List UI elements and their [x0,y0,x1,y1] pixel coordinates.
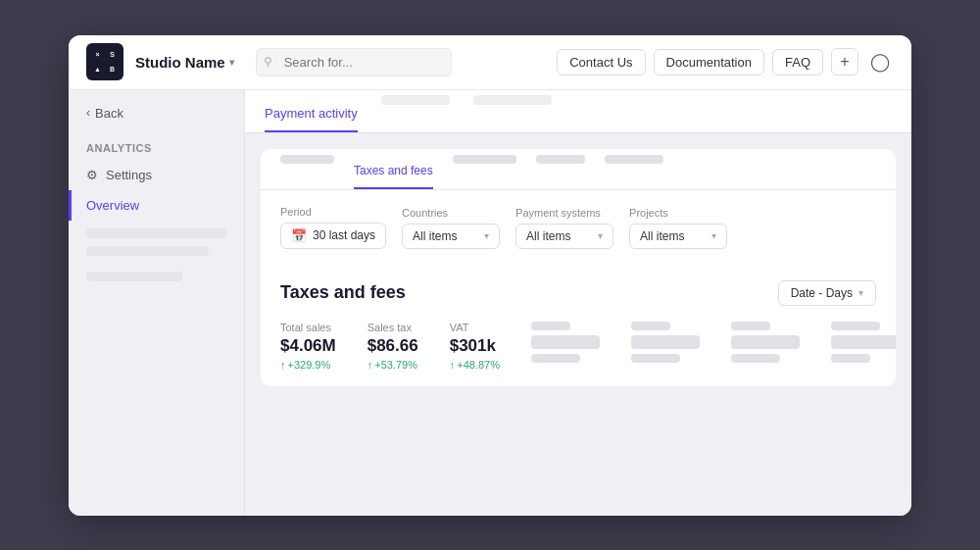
countries-select[interactable]: All items ▾ [402,224,500,249]
stat-xsolla-share [631,322,700,371]
app-window: ×S▲B Studio Name ▾ ⚲ Contact Us Document… [69,35,911,516]
countries-filter-group: Countries All items ▾ [402,207,500,249]
projects-filter-group: Projects All items ▾ [629,207,727,249]
user-icon[interactable]: ◯ [866,48,894,75]
ps-fee-change-placeholder [531,354,580,363]
total-payouts-value-placeholder [831,335,896,349]
content-inner: Taxes and fees P [245,133,911,516]
stat-sales-tax: Sales tax $86.66 ↑ +53.79% [368,322,418,371]
period-label: Period [280,206,386,218]
analytics-section-label: ANALYTICS [69,132,244,160]
stat-total-payouts [831,322,896,371]
period-select[interactable]: 📅 30 last days [280,223,386,249]
projects-select[interactable]: All items ▾ [629,224,727,249]
total-sales-change: ↑ +329.9% [280,359,336,371]
payment-systems-label: Payment systems [515,207,613,219]
stat-ps-fee [531,322,600,371]
other-fees-change-placeholder [731,354,780,363]
stat-vat: VAT $301k ↑ +48.87% [450,322,500,371]
payment-systems-chevron-icon: ▾ [598,230,603,241]
vat-change: ↑ +48.87% [450,359,500,371]
countries-value: All items [413,229,457,243]
settings-label: Settings [106,168,152,182]
stats-section: Taxes and fees Date - Days ▾ Total sales… [261,265,896,386]
header: ×S▲B Studio Name ▾ ⚲ Contact Us Document… [69,35,911,90]
back-arrow-icon: ‹ [86,106,90,120]
tab-placeholder-2[interactable] [381,90,450,132]
sidebar-placeholder-3 [86,272,182,281]
gear-icon: ⚙ [86,168,98,182]
studio-name-text: Studio Name [135,54,225,71]
total-sales-arrow-icon: ↑ [280,359,286,371]
period-value: 30 last days [313,228,375,242]
card-tab-placeholder-1[interactable] [280,149,334,189]
countries-chevron-icon: ▾ [484,230,489,241]
total-payouts-label-placeholder [831,322,880,330]
plus-button[interactable]: + [831,48,858,75]
total-payouts-change-placeholder [831,354,870,363]
search-bar: ⚲ [256,48,452,76]
sidebar-item-overview[interactable]: Overview [69,190,244,221]
vat-change-text: +48.87% [457,359,500,371]
studio-name[interactable]: Studio Name ▾ [135,54,234,71]
sales-tax-arrow-icon: ↑ [368,359,373,371]
back-link[interactable]: ‹ Back [69,106,244,132]
total-sales-label: Total sales [280,322,336,333]
stats-header: Taxes and fees Date - Days ▾ [280,280,876,306]
studio-chevron-icon: ▾ [229,57,234,68]
header-actions: Contact Us Documentation FAQ + ◯ [557,48,894,75]
other-fees-value-placeholder [731,335,800,349]
sidebar-item-settings[interactable]: ⚙ Settings [69,160,244,190]
stats-title: Taxes and fees [280,282,406,303]
card-tab-placeholder-5[interactable] [605,149,663,189]
date-range-value: Date - Days [791,286,853,300]
projects-value: All items [640,229,684,243]
sidebar-placeholder-1 [86,228,226,238]
payment-systems-value: All items [526,229,570,243]
contact-us-button[interactable]: Contact Us [557,49,645,75]
other-fees-label-placeholder [731,322,770,330]
stat-other-fees [731,322,800,371]
search-input[interactable] [256,48,452,76]
filters: Period 📅 30 last days Countries All item… [261,190,896,265]
tab-placeholder-3[interactable] [473,90,552,132]
sales-tax-value: $86.66 [368,336,418,356]
content-area: Payment activity Taxes and fees [245,90,911,516]
card-tab-placeholder-3[interactable] [453,149,516,189]
total-sales-value: $4.06M [280,336,336,356]
calendar-icon: 📅 [291,228,307,243]
vat-value: $301k [450,336,500,356]
projects-label: Projects [629,207,727,219]
back-label: Back [95,106,123,121]
card-tab-taxes-fees[interactable]: Taxes and fees [354,154,433,189]
sales-tax-change: ↑ +53.79% [368,359,418,371]
countries-label: Countries [402,207,500,219]
search-icon: ⚲ [264,55,272,69]
ps-fee-label-placeholder [531,322,570,330]
period-filter-group: Period 📅 30 last days [280,206,386,249]
stat-total-sales: Total sales $4.06M ↑ +329.9% [280,322,336,371]
overview-label: Overview [86,198,139,213]
top-tabs: Payment activity [245,90,911,133]
vat-arrow-icon: ↑ [450,359,456,371]
sales-tax-change-text: +53.79% [374,359,417,371]
sales-tax-label: Sales tax [368,322,418,333]
faq-button[interactable]: FAQ [772,49,823,75]
payment-systems-select[interactable]: All items ▾ [515,224,613,249]
sidebar: ‹ Back ANALYTICS ⚙ Settings Overview [69,90,245,516]
date-range-chevron-icon: ▾ [858,287,863,298]
payment-systems-filter-group: Payment systems All items ▾ [515,207,613,249]
logo: ×S▲B [86,43,123,80]
stats-columns: Total sales $4.06M ↑ +329.9% Sales tax [280,322,876,371]
projects-chevron-icon: ▾ [711,230,716,241]
date-range-select[interactable]: Date - Days ▾ [778,280,876,306]
main-layout: ‹ Back ANALYTICS ⚙ Settings Overview Pay… [69,90,911,516]
card-tab-placeholder-4[interactable] [536,149,585,189]
main-card: Taxes and fees P [261,149,896,386]
xsolla-share-value-placeholder [631,335,700,349]
tab-payment-activity[interactable]: Payment activity [265,96,358,132]
documentation-button[interactable]: Documentation [654,49,764,75]
card-tabs: Taxes and fees [261,149,896,190]
total-sales-change-text: +329.9% [288,359,331,371]
sidebar-placeholder-2 [86,246,209,256]
